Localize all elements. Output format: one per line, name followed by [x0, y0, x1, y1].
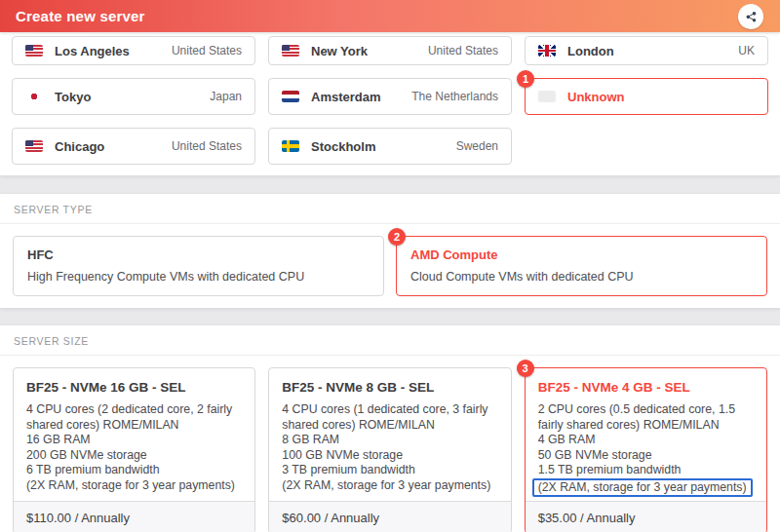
location-card-los-angeles[interactable]: Los Angeles United States: [12, 36, 255, 65]
server-type-name: HFC: [27, 247, 370, 262]
share-button[interactable]: [738, 4, 763, 29]
location-country: UK: [738, 44, 755, 57]
spec-line: 200 GB NVMe storage: [26, 448, 242, 464]
server-type-grid: HFC High Frequency Compute VMs with dedi…: [13, 236, 767, 296]
location-name: Unknown: [567, 90, 625, 104]
server-type-panel: SERVER TYPE HFC High Frequency Compute V…: [0, 194, 780, 308]
price-label: $60.00 / Annually: [282, 511, 379, 525]
server-type-card-hfc[interactable]: HFC High Frequency Compute VMs with dedi…: [13, 236, 384, 296]
server-type-name: AMD Compute: [410, 247, 753, 262]
server-size-card-16gb[interactable]: BF25 - NVMe 16 GB - SEL 4 CPU cores (2 d…: [13, 367, 255, 532]
location-name: Los Angeles: [55, 44, 130, 58]
header-bar: Create new server: [0, 0, 780, 32]
spec-line: 16 GB RAM: [26, 433, 242, 448]
spec-line: 1.5 TB premium bandwidth: [538, 463, 754, 478]
price-footer: $35.00 / Annually: [526, 501, 766, 532]
spec-line: 4 GB RAM: [538, 433, 754, 448]
location-name: New York: [311, 44, 368, 58]
spec-line: 8 GB RAM: [282, 433, 497, 448]
japan-flag-icon: [25, 91, 43, 102]
location-country: United States: [428, 44, 498, 57]
price-footer: $60.00 / Annually: [269, 501, 510, 532]
share-icon: [745, 11, 758, 23]
page-title: Create new server: [16, 8, 145, 24]
spec-line: 2 CPU cores (0.5 dedicated core, 1.5 fai…: [538, 402, 754, 433]
server-type-desc: High Frequency Compute VMs with dedicate…: [27, 270, 370, 284]
location-card-new-york[interactable]: New York United States: [268, 36, 512, 65]
price-label: $35.00 / Annually: [538, 511, 636, 525]
divider: [0, 223, 780, 224]
create-server-screen: Create new server Los Angeles United Sta…: [0, 0, 780, 532]
highlight-box: (2X RAM, storage for 3 year payments): [532, 478, 753, 498]
server-size-name: BF25 - NVMe 16 GB - SEL: [26, 380, 242, 395]
server-size-name: BF25 - NVMe 4 GB - SEL: [538, 380, 754, 395]
location-card-amsterdam[interactable]: Amsterdam The Netherlands: [268, 78, 512, 115]
spec-line: 4 CPU cores (2 dedicated core, 2 fairly …: [26, 402, 242, 433]
step-badge-3: 3: [517, 360, 534, 377]
server-type-label: SERVER TYPE: [0, 202, 780, 223]
location-card-stockholm[interactable]: Stockholm Sweden: [268, 128, 512, 165]
step-badge-2: 2: [388, 228, 406, 246]
divider: [0, 355, 780, 356]
spec-line: 50 GB NVMe storage: [538, 448, 754, 464]
price-label: $110.00 / Annually: [26, 511, 130, 525]
netherlands-flag-icon: [282, 91, 299, 102]
location-card-chicago[interactable]: Chicago United States: [12, 128, 255, 165]
sweden-flag-icon: [282, 140, 299, 152]
location-country: Sweden: [456, 139, 498, 153]
server-size-grid: BF25 - NVMe 16 GB - SEL 4 CPU cores (2 d…: [13, 367, 767, 532]
location-grid: Los Angeles United States New York Unite…: [12, 36, 768, 165]
price-footer: $110.00 / Annually: [14, 501, 254, 532]
spec-line: (2X RAM, storage for 3 year payments): [282, 478, 497, 494]
spec-line: 4 CPU cores (1 dedicated core, 3 fairly …: [282, 402, 497, 433]
server-size-specs: 4 CPU cores (2 dedicated core, 2 fairly …: [26, 402, 242, 493]
us-flag-icon: [25, 45, 43, 57]
location-country: United States: [172, 44, 242, 57]
location-country: Japan: [210, 90, 242, 103]
unknown-flag-icon: [538, 91, 556, 102]
location-name: London: [567, 44, 614, 58]
location-name: Chicago: [55, 139, 104, 154]
location-card-london[interactable]: London UK: [525, 36, 768, 65]
empty-grid-cell: [525, 128, 768, 165]
spec-line-highlighted: (2X RAM, storage for 3 year payments): [538, 478, 754, 498]
location-country: The Netherlands: [411, 90, 498, 103]
step-badge-1: 1: [517, 70, 534, 88]
server-size-specs: 2 CPU cores (0.5 dedicated core, 1.5 fai…: [538, 402, 754, 497]
server-size-card-8gb[interactable]: BF25 - NVMe 8 GB - SEL 4 CPU cores (1 de…: [268, 367, 511, 532]
server-type-desc: Cloud Compute VMs with dedicated CPU: [410, 270, 753, 284]
location-panel: Los Angeles United States New York Unite…: [0, 32, 780, 175]
us-flag-icon: [282, 45, 299, 57]
server-size-name: BF25 - NVMe 8 GB - SEL: [282, 380, 497, 395]
spec-line: 6 TB premium bandwidth: [26, 463, 242, 478]
server-size-card-4gb[interactable]: 3 BF25 - NVMe 4 GB - SEL 2 CPU cores (0.…: [525, 367, 767, 532]
server-size-specs: 4 CPU cores (1 dedicated core, 3 fairly …: [282, 402, 497, 493]
us-flag-icon: [25, 140, 43, 152]
location-card-unknown[interactable]: 1 Unknown: [525, 78, 768, 115]
server-type-card-amd-compute[interactable]: 2 AMD Compute Cloud Compute VMs with ded…: [396, 236, 767, 296]
spec-line: 3 TB premium bandwidth: [282, 463, 497, 478]
spec-line: (2X RAM, storage for 3 year payments): [26, 478, 242, 494]
location-name: Amsterdam: [311, 90, 381, 104]
location-country: United States: [172, 139, 242, 153]
location-name: Tokyo: [55, 90, 91, 104]
server-size-panel: SERVER SIZE BF25 - NVMe 16 GB - SEL 4 CP…: [0, 325, 780, 532]
location-card-tokyo[interactable]: Tokyo Japan: [12, 78, 255, 115]
server-size-label: SERVER SIZE: [0, 333, 780, 355]
location-name: Stockholm: [311, 139, 375, 154]
uk-flag-icon: [538, 45, 556, 57]
spec-line: 100 GB NVMe storage: [282, 448, 497, 464]
